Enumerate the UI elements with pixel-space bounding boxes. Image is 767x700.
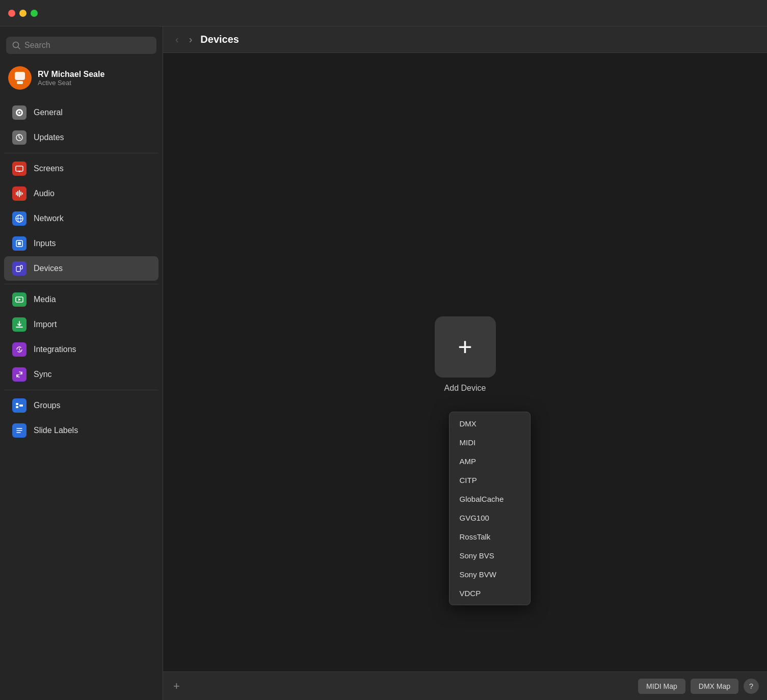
title-bar (0, 0, 767, 26)
main-layout: Search RV Michael Seale Active Seat Gene… (0, 26, 767, 700)
midi-map-button[interactable]: MIDI Map (638, 679, 685, 694)
sidebar-item-audio[interactable]: Audio (4, 181, 158, 206)
sidebar-item-label-media: Media (34, 295, 56, 304)
sidebar-item-updates[interactable]: Updates (4, 125, 158, 150)
nav-divider (4, 390, 158, 390)
sidebar-item-network[interactable]: Network (4, 206, 158, 231)
sidebar-item-label-general: General (34, 108, 63, 117)
sidebar-item-media[interactable]: Media (4, 287, 158, 312)
dropdown-item-gvg100[interactable]: GVG100 (449, 508, 530, 527)
avatar-icon (13, 71, 27, 85)
back-arrow[interactable]: ‹ (173, 32, 181, 47)
sidebar-item-slide-labels[interactable]: Slide Labels (4, 418, 158, 443)
inputs-icon (12, 236, 27, 251)
updates-icon (12, 130, 27, 145)
search-icon (12, 41, 20, 49)
sidebar-item-label-updates: Updates (34, 133, 64, 142)
dropdown-item-sony-bvw[interactable]: Sony BVW (449, 565, 530, 584)
audio-icon (12, 186, 27, 201)
sidebar-item-sync[interactable]: Sync (4, 362, 158, 387)
svg-point-4 (18, 112, 20, 114)
sidebar-item-integrations[interactable]: Integrations (4, 337, 158, 362)
minimize-button[interactable] (19, 10, 27, 17)
sidebar-item-label-audio: Audio (34, 189, 55, 198)
dropdown-item-amp[interactable]: AMP (449, 452, 530, 471)
user-name: RV Michael Seale (38, 70, 104, 79)
dropdown-item-vdcp[interactable]: VDCP (449, 584, 530, 603)
footer-buttons: MIDI Map DMX Map ? (638, 679, 759, 694)
sidebar-item-screens[interactable]: Screens (4, 156, 158, 181)
sidebar: Search RV Michael Seale Active Seat Gene… (0, 26, 163, 700)
svg-rect-22 (16, 403, 18, 405)
dropdown-item-sony-bvs[interactable]: Sony BVS (449, 546, 530, 565)
plus-icon: + (458, 335, 472, 359)
sidebar-item-label-sync: Sync (34, 370, 52, 379)
maximize-button[interactable] (31, 10, 38, 17)
groups-icon (12, 398, 27, 413)
general-icon (12, 105, 27, 120)
dropdown-item-globalcache[interactable]: GlobalCache (449, 490, 530, 508)
import-icon (12, 317, 27, 332)
svg-rect-18 (16, 266, 20, 272)
svg-rect-2 (15, 72, 25, 80)
slide-labels-icon (12, 423, 27, 438)
screens-icon (12, 161, 27, 176)
dropdown-item-citp[interactable]: CITP (449, 471, 530, 490)
sidebar-item-import[interactable]: Import (4, 312, 158, 337)
close-button[interactable] (8, 10, 15, 17)
svg-rect-3 (17, 81, 23, 84)
dropdown-item-rosstalk[interactable]: RossTalk (449, 527, 530, 546)
svg-rect-8 (16, 192, 17, 195)
sync-icon (12, 367, 27, 382)
nav-divider (4, 284, 158, 284)
sidebar-item-label-screens: Screens (34, 164, 64, 173)
help-button[interactable]: ? (744, 679, 759, 694)
avatar (8, 66, 32, 90)
sidebar-item-label-groups: Groups (34, 401, 60, 410)
user-status: Active Seat (38, 79, 104, 87)
sidebar-item-groups[interactable]: Groups (4, 393, 158, 418)
sidebar-item-label-devices: Devices (34, 264, 63, 273)
search-container: Search (0, 33, 163, 62)
add-device-label: Add Device (444, 384, 486, 393)
dropdown-item-midi[interactable]: MIDI (449, 433, 530, 452)
svg-rect-17 (18, 242, 21, 245)
dropdown-item-dmx[interactable]: DMX (449, 414, 530, 433)
sidebar-item-devices[interactable]: Devices (4, 256, 158, 281)
svg-rect-11 (20, 192, 21, 196)
user-info: RV Michael Seale Active Seat (38, 70, 104, 87)
content-footer: + MIDI Map DMX Map ? (163, 671, 767, 700)
sidebar-item-label-network: Network (34, 214, 64, 223)
sidebar-item-label-slide-labels: Slide Labels (34, 426, 78, 435)
forward-arrow[interactable]: › (187, 32, 195, 47)
sidebar-item-label-import: Import (34, 320, 57, 329)
svg-rect-9 (17, 191, 18, 196)
sidebar-item-label-integrations: Integrations (34, 345, 76, 354)
svg-rect-10 (19, 190, 20, 197)
content-header: ‹ › Devices (163, 26, 767, 53)
nav-divider (4, 153, 158, 153)
footer-add-button[interactable]: + (173, 680, 180, 693)
svg-rect-5 (16, 166, 23, 171)
svg-rect-23 (16, 406, 18, 408)
sidebar-item-label-inputs: Inputs (34, 239, 56, 248)
svg-rect-24 (19, 405, 23, 407)
add-device-container: + Add Device (435, 316, 496, 393)
search-box[interactable]: Search (6, 37, 156, 54)
add-device-button[interactable]: + (435, 316, 496, 378)
content-body: + Add Device DMXMIDIAMPCITPGlobalCacheGV… (163, 53, 767, 671)
dmx-map-button[interactable]: DMX Map (691, 679, 738, 694)
user-profile: RV Michael Seale Active Seat (0, 62, 163, 100)
dropdown-menu: DMXMIDIAMPCITPGlobalCacheGVG100RossTalkS… (449, 412, 531, 605)
content-title: Devices (200, 34, 239, 45)
svg-rect-12 (22, 193, 23, 195)
devices-icon (12, 261, 27, 276)
media-icon (12, 292, 27, 307)
svg-line-1 (18, 47, 20, 49)
sidebar-item-inputs[interactable]: Inputs (4, 231, 158, 256)
svg-marker-21 (18, 299, 21, 301)
nav-items-container: GeneralUpdatesScreensAudioNetworkInputsD… (0, 100, 163, 443)
traffic-lights (8, 10, 38, 17)
search-placeholder: Search (24, 41, 50, 50)
sidebar-item-general[interactable]: General (4, 100, 158, 125)
